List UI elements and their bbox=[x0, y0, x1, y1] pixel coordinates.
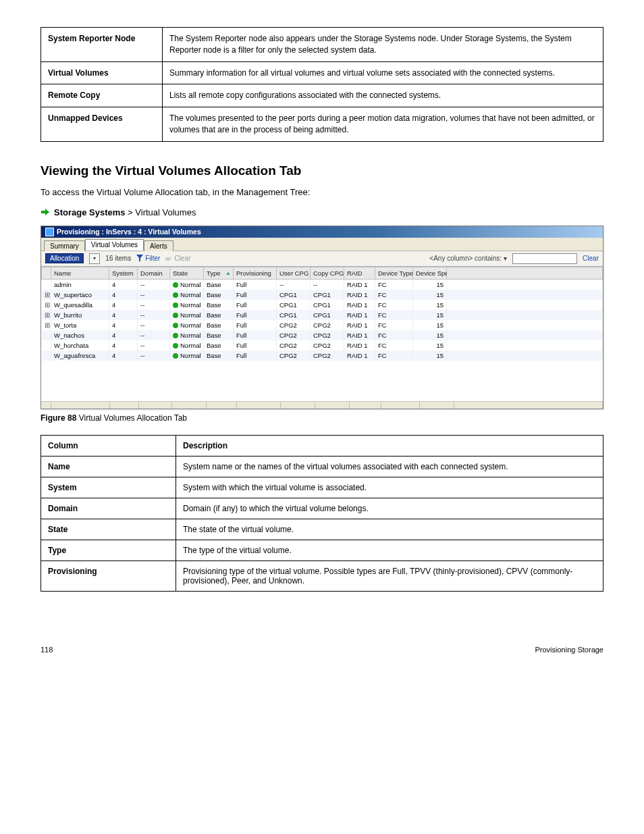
col-copy-cpg[interactable]: Copy CPG bbox=[311, 267, 344, 279]
cell-domain: -- bbox=[138, 290, 170, 300]
view-dropdown[interactable]: Allocation bbox=[45, 253, 84, 263]
cell-type: Base bbox=[204, 310, 234, 320]
expander-icon[interactable]: ⊞ bbox=[42, 290, 51, 300]
cell-name: W_nachos bbox=[51, 330, 109, 340]
col-device-speed[interactable]: Device Speed (K) bbox=[413, 267, 447, 279]
volumes-table: Name System Domain State Type▲ Provision… bbox=[41, 267, 603, 361]
cell-copy-cpg: CPG1 bbox=[311, 310, 344, 320]
clear-filter-label: Clear bbox=[174, 255, 190, 262]
ref-row-label: Unmapped Devices bbox=[41, 107, 163, 142]
cell-provisioning: Full bbox=[234, 350, 277, 361]
cell-name: W_horchata bbox=[51, 340, 109, 350]
def-col: Type bbox=[41, 540, 176, 561]
def-col: Domain bbox=[41, 498, 176, 519]
cell-provisioning: Full bbox=[234, 290, 277, 300]
window-titlebar: Provisioning : InServs : 4 : Virtual Vol… bbox=[41, 226, 603, 238]
expander-icon[interactable]: ⊞ bbox=[42, 320, 51, 330]
tab-summary[interactable]: Summary bbox=[44, 240, 85, 251]
cell-spacer bbox=[447, 279, 603, 290]
view-dropdown-arrow[interactable]: ▾ bbox=[89, 253, 100, 264]
cell-provisioning: Full bbox=[234, 320, 277, 330]
ref-row-desc: The volumes presented to the peer ports … bbox=[163, 107, 603, 142]
cell-provisioning: Full bbox=[234, 330, 277, 340]
col-device-type[interactable]: Device Type bbox=[375, 267, 413, 279]
cell-copy-cpg: CPG2 bbox=[311, 320, 344, 330]
tab-strip: Summary Virtual Volumes Alerts bbox=[41, 238, 603, 251]
cell-copy-cpg: CPG1 bbox=[311, 300, 344, 310]
col-raid[interactable]: RAID bbox=[344, 267, 375, 279]
grid-empty-space bbox=[41, 361, 603, 401]
clear-search-link[interactable]: Clear bbox=[583, 255, 599, 262]
cell-domain: -- bbox=[138, 350, 170, 361]
table-row[interactable]: W_nachos4--NormalBaseFullCPG2CPG2RAID 1F… bbox=[42, 330, 603, 340]
cell-name: W_quesadilla bbox=[51, 300, 109, 310]
cell-spacer bbox=[447, 350, 603, 361]
cell-type: Base bbox=[204, 350, 234, 361]
breadcrumb-strong: Storage Systems bbox=[54, 207, 126, 217]
table-row[interactable]: ⊞W_torta4--NormalBaseFullCPG2CPG2RAID 1F… bbox=[42, 320, 603, 330]
expander-icon[interactable]: ⊞ bbox=[42, 300, 51, 310]
col-expander[interactable] bbox=[42, 267, 51, 279]
cell-domain: -- bbox=[138, 320, 170, 330]
table-row[interactable]: admin4--NormalBaseFull----RAID 1FC15 bbox=[42, 279, 603, 290]
cell-state: Normal bbox=[170, 350, 204, 361]
cell-device-speed: 15 bbox=[413, 310, 447, 320]
def-col: State bbox=[41, 519, 176, 540]
cell-copy-cpg: CPG1 bbox=[311, 290, 344, 300]
clear-filter-button[interactable]: Clear bbox=[165, 255, 190, 262]
cell-raid: RAID 1 bbox=[344, 340, 375, 350]
cell-spacer bbox=[447, 340, 603, 350]
col-domain[interactable]: Domain bbox=[138, 267, 170, 279]
table-row[interactable]: ⊞W_quesadilla4--NormalBaseFullCPG1CPG1RA… bbox=[42, 300, 603, 310]
col-provisioning[interactable]: Provisioning bbox=[234, 267, 277, 279]
breadcrumb-tail: > Virtual Volumes bbox=[126, 207, 196, 217]
cell-spacer bbox=[447, 310, 603, 320]
breadcrumb-path: Storage Systems > Virtual Volumes bbox=[41, 207, 603, 217]
page-number: 118 bbox=[41, 646, 53, 654]
def-header-column: Column bbox=[41, 435, 176, 456]
def-desc: Domain (if any) to which the virtual vol… bbox=[176, 498, 603, 519]
cell-state: Normal bbox=[170, 279, 204, 290]
col-name[interactable]: Name bbox=[51, 267, 109, 279]
ref-row-label: System Reporter Node bbox=[41, 28, 163, 62]
def-desc: Provisioning type of the virtual volume.… bbox=[176, 561, 603, 591]
expander-icon bbox=[42, 350, 51, 361]
cell-state: Normal bbox=[170, 300, 204, 310]
tab-alerts[interactable]: Alerts bbox=[144, 240, 173, 251]
table-row[interactable]: ⊞W_burrito4--NormalBaseFullCPG1CPG1RAID … bbox=[42, 310, 603, 320]
cell-copy-cpg: CPG2 bbox=[311, 350, 344, 361]
col-state[interactable]: State bbox=[170, 267, 204, 279]
sort-asc-icon: ▲ bbox=[225, 270, 231, 276]
cell-raid: RAID 1 bbox=[344, 279, 375, 290]
cell-system: 4 bbox=[109, 300, 138, 310]
tab-virtual-volumes[interactable]: Virtual Volumes bbox=[85, 239, 144, 251]
search-input[interactable] bbox=[512, 253, 577, 264]
table-row[interactable]: W_aguafresca4--NormalBaseFullCPG2CPG2RAI… bbox=[42, 350, 603, 361]
cell-user-cpg: CPG2 bbox=[277, 320, 311, 330]
col-type[interactable]: Type▲ bbox=[204, 267, 234, 279]
contains-label[interactable]: <Any column> contains: ▾ bbox=[429, 255, 507, 262]
cell-user-cpg: CPG1 bbox=[277, 300, 311, 310]
cell-type: Base bbox=[204, 330, 234, 340]
cell-spacer bbox=[447, 290, 603, 300]
col-user-cpg[interactable]: User CPG bbox=[277, 267, 311, 279]
table-row[interactable]: ⊞W_supertaco4--NormalBaseFullCPG1CPG1RAI… bbox=[42, 290, 603, 300]
ref-row-desc: Summary information for all virtual volu… bbox=[163, 61, 603, 84]
cell-type: Base bbox=[204, 279, 234, 290]
page-footer: 118 Provisioning Storage bbox=[41, 646, 603, 654]
filter-button[interactable]: Filter bbox=[136, 255, 160, 263]
cell-raid: RAID 1 bbox=[344, 330, 375, 340]
cell-spacer bbox=[447, 330, 603, 340]
contains-text: <Any column> contains: bbox=[429, 255, 502, 262]
figure-caption-number: Figure 88 bbox=[41, 413, 76, 423]
cell-copy-cpg: -- bbox=[311, 279, 344, 290]
svg-marker-1 bbox=[45, 209, 49, 215]
window-title: Provisioning : InServs : 4 : Virtual Vol… bbox=[57, 228, 201, 236]
expander-icon[interactable]: ⊞ bbox=[42, 310, 51, 320]
cell-provisioning: Full bbox=[234, 340, 277, 350]
table-row[interactable]: W_horchata4--NormalBaseFullCPG2CPG2RAID … bbox=[42, 340, 603, 350]
status-dot-icon bbox=[173, 282, 178, 288]
cell-domain: -- bbox=[138, 340, 170, 350]
items-count-label: 16 items bbox=[105, 255, 131, 262]
col-system[interactable]: System bbox=[109, 267, 138, 279]
